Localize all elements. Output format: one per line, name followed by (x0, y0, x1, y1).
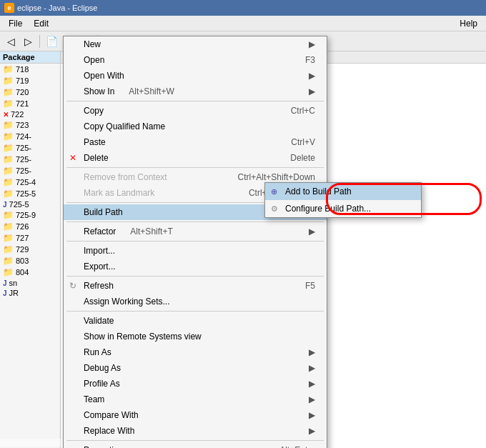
ctx-open-with[interactable]: Open With ▶ (64, 68, 327, 84)
ctx-replace-with-label: Replace With (84, 426, 134, 436)
java-icon: J (3, 201, 7, 209)
ctx-open[interactable]: Open F3 (64, 52, 327, 68)
ctx-show-in-label: Show In (84, 86, 114, 96)
sidebar-item-7255a[interactable]: 📁 725-5 (0, 188, 60, 199)
submenu-arrow: ▶ (309, 86, 315, 96)
sidebar-item-725b[interactable]: 📁 725- (0, 154, 60, 165)
submenu-arrow: ▶ (309, 363, 315, 373)
ctx-remove-context-label: Remove from Context (84, 172, 167, 182)
ctx-refactor-shortcut: Alt+Shift+T (130, 227, 172, 237)
folder-icon: 📁 (3, 120, 14, 130)
sidebar-item-jr[interactable]: J JR (0, 288, 60, 298)
sidebar-item-sn[interactable]: J sn (0, 278, 60, 288)
folder-icon: 📁 (3, 177, 14, 187)
ctx-export[interactable]: Export... (64, 259, 327, 274)
sidebar-item-720[interactable]: 📁 720 (0, 86, 60, 98)
ctx-team[interactable]: Team ▶ (64, 392, 327, 407)
ctx-open-label: Open (84, 55, 104, 65)
ctx-profile-as-label: Profile As (84, 379, 120, 389)
ctx-sep-6 (66, 276, 324, 277)
submenu-arrow: ▶ (309, 410, 315, 420)
folder-icon: 📁 (3, 233, 14, 243)
add-build-path-icon: ⊕ (271, 187, 277, 196)
ctx-debug-as[interactable]: Debug As ▶ (64, 360, 327, 376)
sidebar-item-724[interactable]: 📁 724- (0, 131, 60, 142)
ctx-copy[interactable]: Copy Ctrl+C (64, 103, 327, 119)
submenu-add-to-build-path[interactable]: ⊕ Add to Build Path (265, 183, 421, 200)
ctx-sep-5 (66, 241, 324, 242)
toolbar-sep-1 (39, 35, 40, 48)
sidebar-item-726[interactable]: 📁 726 (0, 221, 60, 232)
menu-file[interactable]: File (3, 17, 28, 30)
folder-icon: 📁 (3, 256, 14, 266)
sidebar-item-804[interactable]: 📁 804 (0, 267, 60, 278)
ctx-show-in[interactable]: Show In Alt+Shift+W ▶ (64, 84, 327, 99)
submenu-arrow: ▶ (309, 39, 315, 49)
sidebar-item-718[interactable]: 📁 718 (0, 64, 60, 75)
folder-icon: 📁 (3, 143, 14, 153)
folder-icon: 📁 (3, 154, 14, 164)
toolbar-new[interactable]: 📄 (44, 34, 59, 49)
ctx-refactor[interactable]: Refactor Alt+Shift+T ▶ (64, 224, 327, 239)
ctx-import[interactable]: Import... (64, 243, 327, 259)
folder-icon: 📁 (3, 131, 14, 141)
sidebar-item-7255-java[interactable]: J 725-5 (0, 199, 60, 209)
ctx-refresh[interactable]: ↻ Refresh F5 (64, 278, 327, 294)
window-title: eclipse - Java - Eclipse (17, 4, 98, 12)
ctx-debug-as-label: Debug As (84, 363, 121, 373)
sidebar-item-725c[interactable]: 📁 725- (0, 165, 60, 176)
ctx-assign-working[interactable]: Assign Working Sets... (64, 294, 327, 309)
sidebar-item-719[interactable]: 📁 719 (0, 75, 60, 86)
ctx-replace-with[interactable]: Replace With ▶ (64, 423, 327, 439)
ctx-compare-with[interactable]: Compare With ▶ (64, 407, 327, 423)
ctx-run-as-label: Run As (84, 347, 111, 357)
ctx-new-label: New (84, 39, 101, 49)
ctx-run-as[interactable]: Run As ▶ (64, 344, 327, 360)
ctx-open-with-label: Open With (84, 71, 124, 81)
sidebar-item-722[interactable]: ✕ 722 (0, 109, 60, 119)
sidebar-item-727[interactable]: 📁 727 (0, 232, 60, 244)
ctx-delete[interactable]: ✕ Delete Delete (64, 150, 327, 166)
ctx-assign-working-label: Assign Working Sets... (84, 297, 170, 307)
delete-icon: ✕ (69, 153, 76, 163)
ctx-sep-2 (66, 167, 324, 168)
sidebar-item-803[interactable]: 📁 803 (0, 255, 60, 267)
ctx-show-remote[interactable]: Show in Remote Systems view (64, 329, 327, 344)
sidebar-item-721[interactable]: 📁 721 (0, 98, 60, 109)
ctx-copy-qualified[interactable]: Copy Qualified Name (64, 119, 327, 134)
configure-build-path-icon: ⚙ (271, 204, 278, 214)
ctx-profile-as[interactable]: Profile As ▶ (64, 376, 327, 392)
ctx-sep-4 (66, 221, 324, 222)
ctx-build-path-label: Build Path (84, 207, 123, 217)
toolbar-back[interactable]: ◁ (3, 34, 19, 49)
toolbar-forward[interactable]: ▷ (20, 34, 36, 49)
ctx-new[interactable]: New ▶ (64, 36, 327, 52)
ctx-copy-label: Copy (84, 106, 104, 116)
folder-icon: 📁 (3, 99, 14, 109)
menu-edit[interactable]: Edit (28, 17, 54, 30)
menu-help[interactable]: Help (454, 17, 483, 30)
sidebar-item-7254[interactable]: 📁 725-4 (0, 176, 60, 188)
ctx-paste-shortcut: Ctrl+V (291, 137, 315, 147)
ctx-export-label: Export... (84, 262, 116, 272)
ctx-show-remote-label: Show in Remote Systems view (84, 332, 202, 342)
ctx-sep-8 (66, 440, 324, 441)
ctx-properties[interactable]: Properties Alt+Enter (64, 442, 327, 448)
folder-icon: 📁 (3, 87, 14, 97)
submenu-arrow: ▶ (309, 379, 315, 389)
ctx-validate-label: Validate (84, 316, 114, 326)
context-menu: New ▶ Open F3 Open With ▶ Show In Alt+Sh… (63, 36, 327, 448)
ctx-validate[interactable]: Validate (64, 313, 327, 329)
error-icon: ✕ (3, 111, 9, 119)
folder-icon: 📁 (3, 221, 14, 232)
folder-icon: 📁 (3, 244, 14, 254)
submenu-arrow: ▶ (309, 426, 315, 436)
java-icon: J (3, 289, 7, 297)
sidebar-item-729[interactable]: 📁 729 (0, 244, 60, 255)
sidebar-item-723[interactable]: 📁 723 (0, 119, 60, 131)
submenu-configure-build-path[interactable]: ⚙ Configure Build Path... (265, 200, 421, 217)
sidebar-item-7259[interactable]: 📁 725-9 (0, 209, 60, 221)
ctx-paste[interactable]: Paste Ctrl+V (64, 134, 327, 150)
ctx-refactor-label: Refactor (84, 227, 116, 237)
sidebar-item-725a[interactable]: 📁 725- (0, 142, 60, 154)
